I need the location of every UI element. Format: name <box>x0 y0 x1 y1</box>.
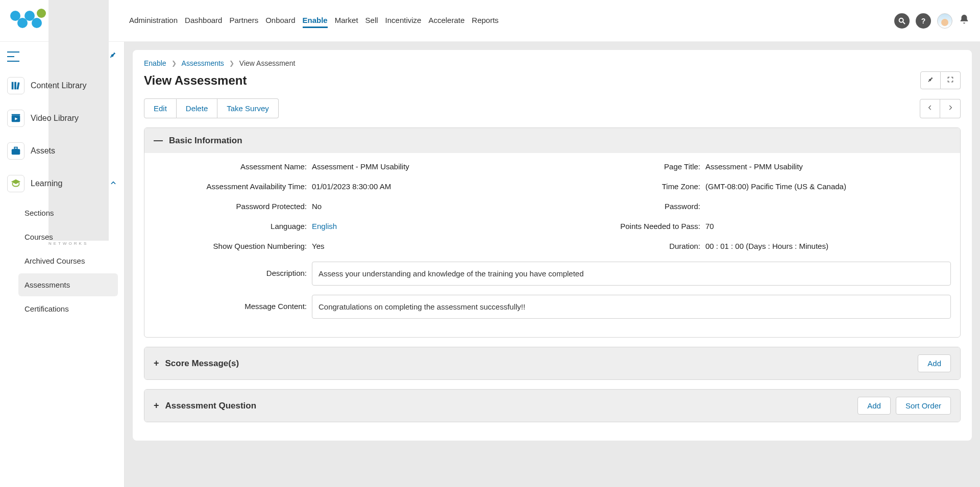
take-survey-button[interactable]: Take Survey <box>217 98 279 118</box>
label-language: Language: <box>154 222 307 230</box>
nav-onboard[interactable]: Onboard <box>265 14 295 28</box>
sidebar-item-content-library[interactable]: Content Library <box>3 71 121 100</box>
sidebar-item-label: Content Library <box>31 81 117 90</box>
learning-submenu: Sections Courses Archived Courses Assess… <box>18 201 121 320</box>
svg-point-0 <box>899 18 903 22</box>
video-icon <box>7 110 24 127</box>
sidebar: Content Library Video Library Assets Lea… <box>0 42 125 487</box>
value-assessment-name: Assessment - PMM Usability <box>312 162 557 171</box>
value-message-content: Congratulations on completing the assess… <box>312 295 951 319</box>
svg-rect-8 <box>12 149 20 155</box>
nav-partners[interactable]: Partners <box>229 14 258 28</box>
sidebar-item-learning[interactable]: Learning <box>3 169 121 198</box>
svg-rect-9 <box>14 147 17 149</box>
nav-enable[interactable]: Enable <box>303 14 328 28</box>
svg-line-1 <box>903 22 905 24</box>
main-content: Enable ❯ Assessments ❯ View Assessment V… <box>125 42 980 487</box>
content-card: Enable ❯ Assessments ❯ View Assessment V… <box>133 50 972 441</box>
add-question-button[interactable]: Add <box>857 397 891 415</box>
nav-reports[interactable]: Reports <box>472 14 499 28</box>
collapse-icon[interactable]: — <box>154 135 163 146</box>
panel-score-messages: + Score Message(s) Add <box>144 347 961 380</box>
briefcase-icon <box>7 142 24 160</box>
label-message-content: Message Content: <box>154 295 307 311</box>
sidebar-item-label: Video Library <box>31 114 117 123</box>
help-icon[interactable]: ? <box>916 13 931 29</box>
label-description: Description: <box>154 262 307 277</box>
value-language[interactable]: English <box>312 222 557 230</box>
nav-accelerate[interactable]: Accelerate <box>428 14 464 28</box>
value-description: Assess your understanding and knowledge … <box>312 262 951 286</box>
top-bar: WIDGET NETWORKS Administration Dashboard… <box>0 0 980 42</box>
svg-rect-3 <box>14 82 16 90</box>
label-timezone: Time Zone: <box>562 182 700 191</box>
pin-sidebar-icon[interactable] <box>109 51 117 62</box>
label-show-numbering: Show Question Numbering: <box>154 242 307 250</box>
submenu-archived-courses[interactable]: Archived Courses <box>18 249 118 272</box>
label-page-title: Page Title: <box>562 162 700 171</box>
brand-mark <box>10 9 43 33</box>
record-actions: Edit Delete Take Survey <box>144 98 279 118</box>
top-right-actions: ? <box>894 13 970 29</box>
delete-button[interactable]: Delete <box>177 98 217 118</box>
fullscreen-button[interactable] <box>941 71 961 89</box>
value-duration: 00 : 01 : 00 (Days : Hours : Minutes) <box>705 242 951 250</box>
user-avatar[interactable] <box>937 13 952 29</box>
value-show-numbering: Yes <box>312 242 557 250</box>
books-icon <box>7 77 24 94</box>
graduation-cap-icon <box>7 175 24 192</box>
panel-assessment-question: + Assessment Question Add Sort Order <box>144 389 961 422</box>
nav-sell[interactable]: Sell <box>365 14 378 28</box>
record-nav <box>920 99 961 118</box>
search-icon[interactable] <box>894 13 910 29</box>
label-password-protected: Password Protected: <box>154 202 307 211</box>
label-duration: Duration: <box>562 242 700 250</box>
edit-button[interactable]: Edit <box>144 98 177 118</box>
page-title: View Assessment <box>144 73 247 88</box>
add-score-message-button[interactable]: Add <box>918 354 951 372</box>
label-points-to-pass: Points Needed to Pass: <box>562 222 700 230</box>
svg-rect-4 <box>17 82 20 89</box>
breadcrumb-assessments[interactable]: Assessments <box>182 59 224 67</box>
expand-icon[interactable]: + <box>154 400 159 411</box>
svg-rect-2 <box>12 82 14 90</box>
sidebar-item-label: Learning <box>31 179 104 188</box>
value-password-protected: No <box>312 202 557 211</box>
sidebar-item-assets[interactable]: Assets <box>3 136 121 166</box>
top-nav: Administration Dashboard Partners Onboar… <box>129 14 499 28</box>
breadcrumb: Enable ❯ Assessments ❯ View Assessment <box>144 59 961 67</box>
svg-rect-7 <box>12 114 20 116</box>
chevron-right-icon: ❯ <box>229 60 234 67</box>
prev-record-button[interactable] <box>920 99 940 118</box>
sort-order-button[interactable]: Sort Order <box>896 397 951 415</box>
next-record-button[interactable] <box>940 99 961 118</box>
breadcrumb-enable[interactable]: Enable <box>144 59 166 67</box>
chevron-up-icon <box>110 180 117 188</box>
sidebar-item-label: Assets <box>31 146 117 156</box>
value-page-title: Assessment - PMM Usability <box>705 162 951 171</box>
nav-administration[interactable]: Administration <box>129 14 178 28</box>
nav-market[interactable]: Market <box>335 14 358 28</box>
label-availability-time: Assessment Availability Time: <box>154 182 307 191</box>
label-password: Password: <box>562 202 700 211</box>
panel-basic-information: — Basic Information Assessment Name: Ass… <box>144 127 961 338</box>
label-assessment-name: Assessment Name: <box>154 162 307 171</box>
submenu-certifications[interactable]: Certifications <box>18 297 118 320</box>
value-points-to-pass: 70 <box>705 222 951 230</box>
nav-incentivize[interactable]: Incentivize <box>385 14 422 28</box>
submenu-sections[interactable]: Sections <box>18 201 118 224</box>
value-availability-time: 01/01/2023 8:30:00 AM <box>312 182 557 191</box>
section-title: Score Message(s) <box>165 358 239 369</box>
expand-icon[interactable]: + <box>154 358 159 369</box>
submenu-courses[interactable]: Courses <box>18 225 118 248</box>
section-title: Basic Information <box>169 136 242 146</box>
submenu-assessments[interactable]: Assessments <box>18 273 118 296</box>
chevron-right-icon: ❯ <box>172 60 177 67</box>
menu-toggle-icon[interactable] <box>7 52 19 62</box>
breadcrumb-current: View Assessment <box>239 59 295 67</box>
pin-page-button[interactable] <box>920 71 941 89</box>
sidebar-item-video-library[interactable]: Video Library <box>3 104 121 133</box>
nav-dashboard[interactable]: Dashboard <box>185 14 222 28</box>
value-timezone: (GMT-08:00) Pacific Time (US & Canada) <box>705 182 951 191</box>
notifications-icon[interactable] <box>959 14 970 28</box>
